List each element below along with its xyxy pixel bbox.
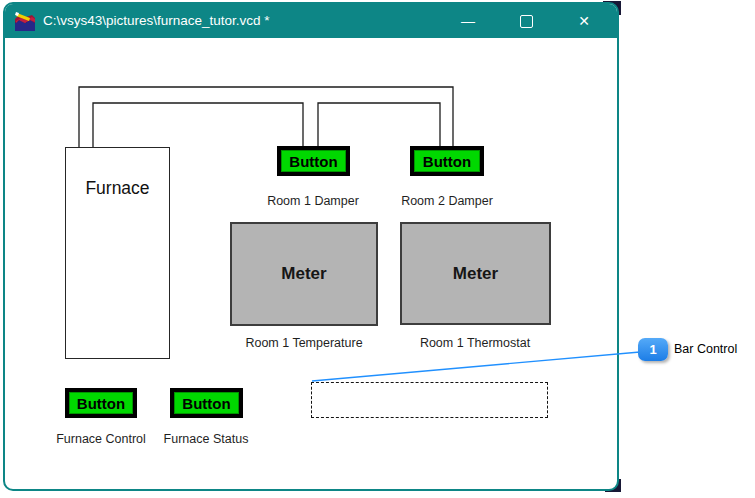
callout-label: Bar Control: [674, 338, 737, 361]
room2-damper-button[interactable]: Button: [410, 146, 484, 176]
title-bar[interactable]: C:\vsys43\pictures\furnace_tutor.vcd * —…: [5, 4, 617, 38]
furnace-label: Furnace: [66, 178, 169, 199]
furnace-status-button[interactable]: Button: [170, 388, 243, 418]
callout-number-badge: 1: [638, 338, 668, 361]
room2-damper-caption: Room 2 Damper: [367, 194, 527, 208]
room2-damper-button-face: Button: [414, 150, 480, 172]
close-button[interactable]: ✕: [561, 4, 607, 38]
app-icon[interactable]: [14, 10, 36, 32]
room1-damper-button[interactable]: Button: [277, 146, 350, 176]
bar-control-widget[interactable]: [311, 382, 548, 418]
maximize-icon: [520, 15, 533, 28]
maximize-button[interactable]: [503, 4, 549, 38]
room1-temperature-caption: Room 1 Temperature: [224, 336, 384, 350]
room1-damper-button-face: Button: [281, 150, 346, 172]
furnace-block[interactable]: Furnace: [65, 147, 170, 359]
window-title: C:\vsys43\pictures\furnace_tutor.vcd *: [43, 4, 270, 38]
meter1-label: Meter: [281, 264, 326, 284]
minimize-icon: —: [461, 13, 475, 29]
close-icon: ✕: [578, 13, 590, 29]
furnace-status-caption: Furnace Status: [136, 432, 276, 446]
callout-number: 1: [649, 342, 656, 357]
minimize-button[interactable]: —: [445, 4, 491, 38]
room1-temperature-meter[interactable]: Meter: [230, 222, 378, 326]
furnace-status-button-face: Button: [174, 392, 239, 414]
room1-thermostat-caption: Room 1 Thermostat: [395, 336, 555, 350]
furnace-control-button-face: Button: [69, 392, 133, 414]
room1-thermostat-meter[interactable]: Meter: [400, 222, 551, 325]
furnace-control-button[interactable]: Button: [65, 388, 137, 418]
meter2-label: Meter: [453, 264, 498, 284]
